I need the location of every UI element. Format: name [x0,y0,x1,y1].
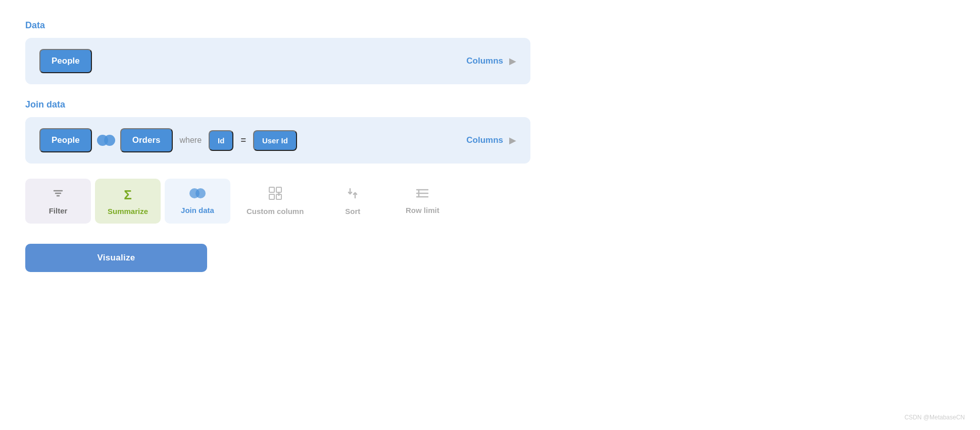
custom-column-label: Custom column [247,207,304,216]
summarize-icon: Σ [124,187,132,203]
custom-column-button[interactable]: Custom column [234,179,316,224]
row-limit-icon [416,188,429,202]
join-circle-left [97,135,108,146]
data-arrow-icon: ▶ [509,56,516,67]
where-label: where [180,136,202,145]
data-columns-link[interactable]: Columns [466,56,503,66]
join-right-field-chip[interactable]: User Id [253,130,297,151]
filter-button[interactable]: Filter [25,179,91,224]
join-data-label: Join data [181,206,214,214]
sort-button[interactable]: Sort [320,179,385,224]
sort-label: Sort [345,207,360,216]
visualize-button[interactable]: Visualize [25,244,207,272]
footer-watermark: CSDN @MetabaseCN [904,414,965,421]
join-arrow-icon: ▶ [509,135,516,146]
svg-rect-6 [276,187,281,192]
equals-sign: = [240,135,246,146]
join-card: People Orders where Id = User Id Columns… [25,117,530,164]
filter-icon [52,187,64,202]
data-section-label: Data [25,20,530,31]
join-type-icon[interactable] [97,135,115,146]
custom-column-icon [269,187,282,203]
svg-rect-5 [269,187,274,192]
svg-point-4 [195,188,206,198]
svg-rect-7 [269,194,274,199]
summarize-label: Summarize [108,207,148,216]
join-section-label: Join data [25,99,530,110]
join-left-field-chip[interactable]: Id [209,130,233,151]
join-left-table-chip[interactable]: People [39,128,92,152]
summarize-button[interactable]: Σ Summarize [95,179,161,224]
row-limit-label: Row limit [406,206,439,214]
people-table-chip[interactable]: People [39,49,92,73]
join-columns-link[interactable]: Columns [466,135,503,145]
sort-icon [346,187,359,203]
join-row: People Orders where Id = User Id [39,128,466,152]
data-card: People Columns ▶ [25,38,530,84]
filter-label: Filter [49,206,68,215]
row-limit-button[interactable]: Row limit [389,179,455,224]
join-icon [189,188,206,202]
query-toolbar: Filter Σ Summarize Join data [25,179,530,224]
join-data-button[interactable]: Join data [165,179,230,224]
join-right-table-chip[interactable]: Orders [120,128,173,152]
